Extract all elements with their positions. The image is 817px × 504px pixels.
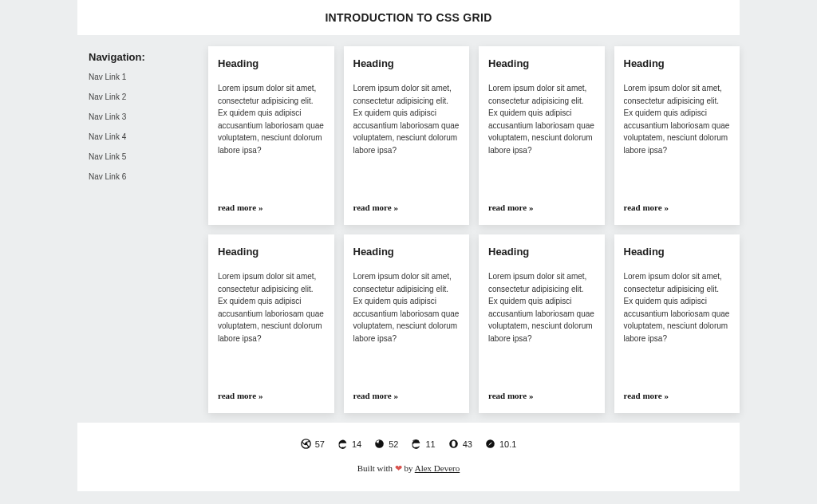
nav-link-6[interactable]: Nav Link 6 — [89, 172, 197, 181]
nav-link-4[interactable]: Nav Link 4 — [89, 132, 197, 141]
card-grid: Heading Lorem ipsum dolor sit amet, cons… — [208, 46, 740, 413]
read-more-link[interactable]: read more » — [353, 391, 460, 400]
credits-by: by — [402, 463, 415, 473]
browser-version: 57 — [315, 439, 325, 449]
nav-link-3[interactable]: Nav Link 3 — [89, 112, 197, 121]
card: Heading Lorem ipsum dolor sit amet, cons… — [614, 46, 740, 225]
read-more-link[interactable]: read more » — [624, 391, 731, 400]
browser-opera: 43 — [448, 439, 472, 449]
edge-icon — [337, 439, 348, 449]
nav-link-2[interactable]: Nav Link 2 — [89, 93, 197, 101]
read-more-link[interactable]: read more » — [218, 391, 325, 400]
card-body: Lorem ipsum dolor sit amet, consectetur … — [218, 82, 325, 191]
nav-link-5[interactable]: Nav Link 5 — [89, 152, 197, 161]
svg-point-2 — [375, 439, 384, 448]
card-heading: Heading — [218, 57, 325, 69]
read-more-link[interactable]: read more » — [353, 203, 460, 212]
firefox-icon — [374, 439, 385, 449]
card: Heading Lorem ipsum dolor sit amet, cons… — [208, 46, 334, 225]
svg-point-4 — [452, 441, 456, 447]
author-link[interactable]: Alex Devero — [415, 463, 460, 473]
browser-version: 52 — [389, 439, 398, 449]
sidebar-heading: Navigation: — [89, 51, 197, 63]
card-heading: Heading — [624, 57, 731, 69]
opera-icon — [448, 439, 459, 449]
page-footer: 57 14 52 11 — [77, 423, 740, 491]
card-heading: Heading — [624, 246, 731, 258]
card-body: Lorem ipsum dolor sit amet, consectetur … — [353, 82, 460, 191]
sidebar-nav: Navigation: Nav Link 1 Nav Link 2 Nav Li… — [77, 46, 197, 413]
chrome-icon — [301, 439, 311, 449]
browser-edge: 14 — [337, 439, 361, 449]
card-heading: Heading — [218, 246, 325, 258]
card-heading: Heading — [353, 246, 460, 258]
browser-chrome: 57 — [301, 439, 325, 449]
page-title: INTRODUCTION TO CSS GRID — [325, 11, 491, 24]
card-heading: Heading — [353, 57, 460, 69]
read-more-link[interactable]: read more » — [218, 203, 325, 212]
card-body: Lorem ipsum dolor sit amet, consectetur … — [488, 270, 595, 380]
card-body: Lorem ipsum dolor sit amet, consectetur … — [488, 82, 595, 191]
card-body: Lorem ipsum dolor sit amet, consectetur … — [218, 270, 325, 380]
card-body: Lorem ipsum dolor sit amet, consectetur … — [353, 270, 460, 380]
card: Heading Lorem ipsum dolor sit amet, cons… — [344, 234, 470, 413]
card: Heading Lorem ipsum dolor sit amet, cons… — [614, 234, 740, 413]
card: Heading Lorem ipsum dolor sit amet, cons… — [344, 46, 470, 225]
page-header: INTRODUCTION TO CSS GRID — [77, 0, 740, 35]
read-more-link[interactable]: read more » — [488, 391, 595, 400]
card: Heading Lorem ipsum dolor sit amet, cons… — [208, 234, 334, 413]
footer-credits: Built with ❤ by Alex Devero — [85, 463, 732, 474]
heart-icon: ❤ — [395, 463, 402, 473]
browser-support-list: 57 14 52 11 — [85, 439, 732, 449]
browser-version: 10.1 — [499, 439, 516, 449]
credits-prefix: Built with — [357, 463, 395, 473]
card-body: Lorem ipsum dolor sit amet, consectetur … — [624, 270, 731, 380]
browser-safari: 10.1 — [485, 439, 516, 449]
card-body: Lorem ipsum dolor sit amet, consectetur … — [624, 82, 731, 191]
nav-link-1[interactable]: Nav Link 1 — [89, 73, 197, 81]
card: Heading Lorem ipsum dolor sit amet, cons… — [479, 234, 605, 413]
ie-icon — [411, 439, 421, 449]
safari-icon — [485, 439, 495, 449]
browser-ie: 11 — [411, 439, 435, 449]
browser-version: 14 — [352, 439, 361, 449]
read-more-link[interactable]: read more » — [624, 203, 731, 212]
card-heading: Heading — [488, 246, 595, 258]
browser-version: 11 — [425, 439, 435, 449]
browser-firefox: 52 — [374, 439, 398, 449]
card-heading: Heading — [488, 57, 595, 69]
read-more-link[interactable]: read more » — [488, 203, 595, 212]
browser-version: 43 — [463, 439, 472, 449]
card: Heading Lorem ipsum dolor sit amet, cons… — [479, 46, 605, 225]
